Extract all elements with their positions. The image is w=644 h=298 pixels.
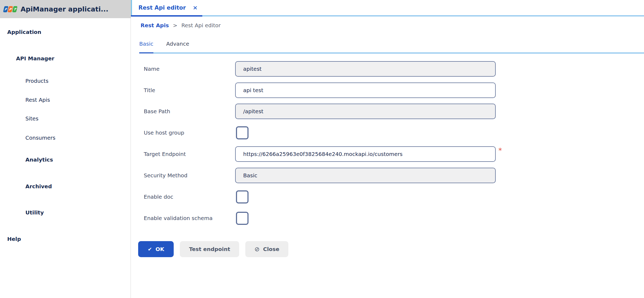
tab-bar-divider	[202, 15, 644, 16]
document-tab-rest-api-editor[interactable]: Rest Api editor ×	[138, 0, 198, 15]
base-path-label: Base Path	[144, 108, 235, 115]
enable-validation-schema-checkbox[interactable]	[236, 212, 249, 225]
security-method-label: Security Method	[144, 172, 235, 179]
sidebar-item-archived[interactable]: Archived	[25, 183, 52, 190]
app-title: ApiManager applicati...	[21, 5, 108, 13]
close-button[interactable]: ⊘Close	[245, 241, 288, 257]
document-tab-bar: Rest Api editor ×	[131, 0, 644, 17]
close-tab-icon[interactable]: ×	[193, 5, 197, 11]
check-icon: ✔	[148, 247, 152, 252]
active-tab-underline	[131, 15, 202, 17]
test-endpoint-button[interactable]: Test endpoint	[180, 241, 239, 257]
required-asterisk: *	[498, 147, 502, 154]
document-tab-label: Rest Api editor	[138, 5, 186, 11]
title-input[interactable]	[235, 83, 496, 98]
ban-icon: ⊘	[254, 246, 259, 252]
target-endpoint-label: Target Endpoint	[144, 151, 235, 157]
form-row-use-host-group: Use host group	[144, 125, 249, 140]
button-label: Test endpoint	[189, 246, 230, 252]
ok-button[interactable]: ✔OK	[138, 241, 174, 257]
sidebar: F P T ApiManager applicati... Applicatio…	[0, 0, 131, 298]
use-host-group-label: Use host group	[144, 130, 235, 136]
use-host-group-checkbox[interactable]	[236, 126, 249, 139]
breadcrumb: Rest Apis > Rest Api editor	[141, 22, 221, 29]
sidebar-item-application[interactable]: Application	[7, 29, 41, 35]
base-path-input	[235, 104, 496, 119]
sidebar-item-utility[interactable]: Utility	[25, 209, 44, 216]
target-endpoint-input[interactable]	[235, 146, 496, 162]
api-manager-app: { "app": { "title": "ApiManager applicat…	[0, 0, 644, 298]
breadcrumb-current: Rest Api editor	[181, 22, 221, 29]
form-actions: ✔OKTest endpoint⊘Close	[138, 241, 288, 257]
button-label: OK	[156, 246, 164, 252]
sidebar-item-products[interactable]: Products	[25, 78, 48, 84]
enable-doc-checkbox[interactable]	[236, 190, 249, 203]
security-method-input	[235, 168, 496, 183]
fpt-logo-icon: F P T	[4, 6, 17, 12]
tab-basic[interactable]: Basic	[139, 41, 153, 53]
sidebar-item-help[interactable]: Help	[7, 236, 21, 242]
name-input	[235, 61, 496, 77]
title-label: Title	[144, 87, 235, 93]
view-tabs: BasicAdvance	[139, 41, 202, 53]
tab-left-accent-line	[131, 0, 132, 15]
form-row-title: Title	[144, 83, 496, 98]
logo-letter-t: T	[12, 6, 17, 12]
enable-doc-label: Enable doc	[144, 194, 235, 200]
button-label: Close	[263, 246, 280, 252]
form-row-enable-doc: Enable doc	[144, 189, 249, 205]
sidebar-item-api-manager[interactable]: API Manager	[16, 55, 54, 62]
sidebar-item-rest-apis[interactable]: Rest Apis	[25, 97, 50, 103]
form-row-enable-validation-schema: Enable validation schema	[144, 210, 249, 226]
form-row-security-method: Security Method	[144, 168, 496, 183]
breadcrumb-link-rest-apis[interactable]: Rest Apis	[141, 22, 169, 29]
sidebar-item-analytics[interactable]: Analytics	[25, 156, 53, 163]
breadcrumb-separator: >	[173, 22, 177, 29]
sidebar-item-consumers[interactable]: Consumers	[25, 135, 55, 141]
form-row-name: Name	[144, 61, 496, 77]
app-header: F P T ApiManager applicati...	[0, 0, 131, 18]
sidebar-item-sites[interactable]: Sites	[25, 115, 38, 122]
name-label: Name	[144, 66, 235, 72]
form-row-base-path: Base Path	[144, 104, 496, 119]
form-row-target-endpoint: Target Endpoint*	[144, 146, 502, 162]
enable-validation-schema-label: Enable validation schema	[144, 215, 235, 221]
tab-advance[interactable]: Advance	[166, 41, 189, 53]
tabs-divider-line	[139, 53, 644, 53]
